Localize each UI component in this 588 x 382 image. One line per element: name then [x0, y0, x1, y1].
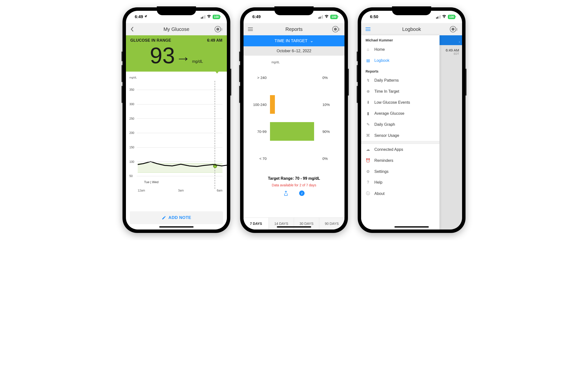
drawer-item-daily-patterns[interactable]: ↯ Daily Patterns [361, 75, 440, 86]
book-icon: ▤ [366, 58, 370, 63]
drawer-item-settings[interactable]: ⚙ Settings [361, 166, 440, 177]
page-title: My Glucose [138, 26, 215, 32]
data-availability-text: Data available for 2 of 7 days [250, 183, 338, 187]
battery-icon: 100 [448, 15, 455, 19]
nav-bar: Reports )) [244, 23, 344, 35]
chevron-right-icon: › [459, 39, 460, 44]
pencil-icon [162, 216, 166, 220]
drawer-item-label: Time In Target [374, 89, 399, 94]
range-row: 100-240 10% [250, 91, 338, 118]
y-tick: 150 [129, 146, 222, 149]
battery-icon: 100 [213, 15, 220, 19]
drawer-item-label: Daily Patterns [374, 78, 399, 83]
y-tick: 250 [129, 117, 222, 120]
home-indicator[interactable] [277, 226, 311, 227]
glucose-timestamp: 6:49 AM [207, 38, 222, 43]
glucose-unit: mg/dL [192, 59, 203, 64]
y-tick: 200 [129, 131, 222, 135]
location-icon [144, 15, 147, 19]
drawer-item-daily-graph[interactable]: ✎ Daily Graph [361, 119, 440, 130]
avg-icon: ▮ [366, 111, 370, 116]
drawer-section-reports: Reports [361, 66, 440, 75]
days-tab-90days[interactable]: 90 DAYS [319, 218, 344, 229]
range-category: 70-99 [250, 130, 267, 134]
range-category: < 70 [250, 157, 267, 161]
phone-reports: 6:49 100 Reports )) TIME IN TARGET ⌄ Oct… [240, 7, 348, 233]
wifi-icon [442, 15, 446, 19]
x-tick: 3am [178, 189, 184, 192]
report-type-dropdown[interactable]: TIME IN TARGET ⌄ [244, 35, 344, 46]
drawer-item-help[interactable]: ? Help [361, 177, 440, 188]
battery-icon: 100 [330, 15, 338, 19]
time-in-target-chart: mg/dL > 240 0% 100-240 10% 70-99 90% < 7… [244, 56, 344, 214]
add-note-label: ADD NOTE [168, 215, 191, 220]
help-icon: ? [366, 180, 370, 185]
glucose-chart[interactable]: mg/dL Tue | Wed 12am3am6am 3503002502001… [126, 72, 227, 205]
drawer-item-low-glucose-events[interactable]: ⬇ Low Glucose Events [361, 97, 440, 108]
sensor-status-icon[interactable]: )) [215, 26, 222, 32]
cloud-icon: ☁ [366, 147, 370, 152]
cell-signal-icon [436, 15, 441, 19]
graph-icon: ✎ [366, 122, 370, 127]
target-icon: ⊕ [366, 89, 370, 94]
drawer-item-average-glucose[interactable]: ▮ Average Glucose [361, 108, 440, 119]
pattern-icon: ↯ [366, 78, 370, 83]
home-icon: ⌂ [366, 47, 370, 52]
range-percent: 0% [322, 157, 328, 161]
x-tick: 6am [217, 189, 222, 192]
info-icon: i [299, 191, 305, 196]
page-title: Logbook [373, 26, 450, 32]
hamburger-icon [366, 27, 370, 31]
sensor-status-icon[interactable]: )) [332, 26, 340, 32]
back-button[interactable] [130, 26, 138, 32]
info-button[interactable]: i [299, 191, 305, 198]
drawer-item-label: Reminders [374, 158, 393, 163]
phone-logbook: 6:50 100 Logbook )) › 6:49 AM EDT Michae… [358, 7, 465, 233]
phone-my-glucose: 6:49 100 My Glucose )) GLUCOSE IN RA [123, 7, 230, 233]
sensor-status-icon[interactable]: )) [450, 26, 458, 32]
drawer-item-label: Settings [374, 169, 389, 174]
days-tab-14days[interactable]: 14 DAYS [269, 218, 294, 229]
home-indicator[interactable] [159, 226, 193, 227]
days-tab-7days[interactable]: 7 DAYS [244, 218, 269, 229]
status-time: 6:50 [370, 15, 378, 19]
drawer-item-label: Help [374, 180, 382, 185]
chevron-down-icon: ⌄ [310, 39, 313, 43]
y-tick: 50 [129, 174, 222, 178]
y-tick: 300 [129, 103, 222, 106]
drawer-item-home[interactable]: ⌂ Home [361, 44, 440, 55]
drawer-item-label: Sensor Usage [374, 133, 399, 138]
nav-bar: Logbook )) [361, 23, 462, 35]
drawer-item-reminders[interactable]: ⏰ Reminders [361, 155, 440, 166]
status-bar: 6:49 100 [126, 11, 227, 23]
drawer-item-time-in-target[interactable]: ⊕ Time In Target [361, 86, 440, 97]
days-tab-30days[interactable]: 30 DAYS [294, 218, 319, 229]
page-title: Reports [256, 26, 332, 32]
add-note-button[interactable]: ADD NOTE [130, 211, 223, 224]
chart-y-unit: mg/dL [129, 76, 137, 79]
status-bar: 6:50 100 [361, 11, 462, 23]
gear-icon: ⚙ [366, 169, 370, 174]
drawer-item-about[interactable]: ⓘ About [361, 188, 440, 199]
drawer-item-label: Home [374, 47, 385, 52]
drawer-item-sensor-usage[interactable]: ⌘ Sensor Usage [361, 130, 440, 141]
drawer-item-label: Average Glucose [374, 111, 404, 116]
time-range-tabs: 7 DAYS14 DAYS30 DAYS90 DAYS [244, 218, 344, 229]
chart-day-label: Tue | Wed [144, 180, 159, 184]
menu-button[interactable] [366, 27, 373, 31]
drawer-item-logbook[interactable]: ▤ Logbook [361, 55, 440, 66]
glucose-banner: GLUCOSE IN RANGE 6:49 AM 93 → mg/dL [126, 35, 227, 72]
range-percent: 10% [322, 103, 330, 107]
background-content[interactable] [440, 35, 462, 229]
navigation-drawer: Michael Kummer ⌂ Home▤ Logbook Reports ↯… [361, 35, 440, 229]
drawer-user-name: Michael Kummer [361, 35, 440, 44]
status-time: 6:49 [252, 15, 261, 19]
clock-icon: ⏰ [366, 158, 370, 163]
y-tick: 100 [129, 160, 222, 163]
menu-button[interactable] [248, 27, 256, 31]
share-button[interactable] [283, 191, 288, 198]
range-row: > 240 0% [250, 64, 338, 91]
home-indicator[interactable] [395, 226, 429, 227]
range-row: 70-99 90% [250, 118, 338, 145]
drawer-item-connected-apps[interactable]: ☁ Connected Apps [361, 144, 440, 155]
